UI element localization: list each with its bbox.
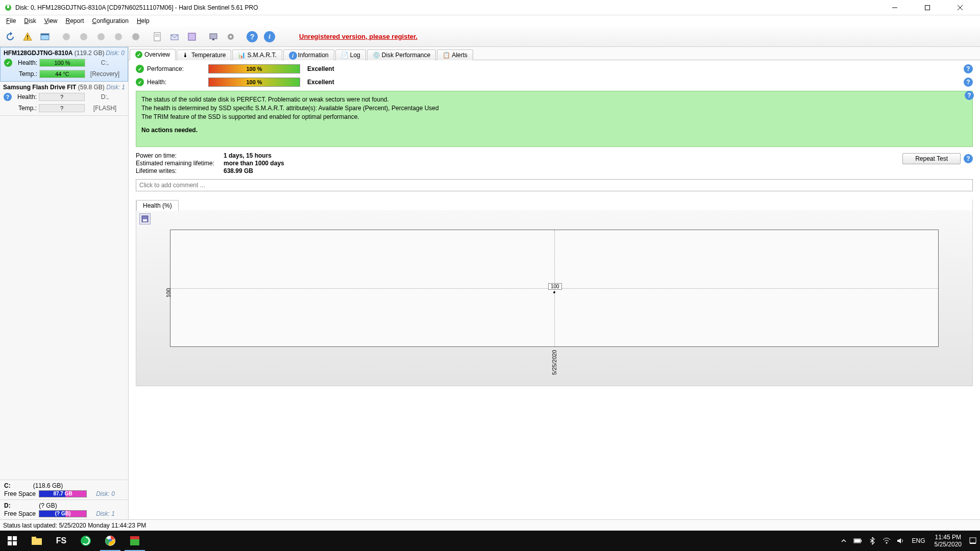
tool-icon-3[interactable] [93,29,109,45]
svg-rect-1 [7,5,9,8]
help-icon[interactable]: ? [965,91,974,100]
temp-value: ? [39,104,85,112]
partition-letter: D: [4,502,11,509]
bluetooth-icon[interactable] [866,531,878,551]
status-action: No actions needed. [141,126,967,135]
ok-icon [4,59,13,67]
gear-icon[interactable] [223,29,239,45]
tab-smart[interactable]: 📊S.M.A.R.T. [232,49,282,60]
spiral-app-icon[interactable] [74,531,98,551]
temp-value: 44 °C [39,70,85,78]
tool-icon-5[interactable] [128,29,144,45]
start-button[interactable] [0,531,24,551]
partition-disk: Disk: 1 [87,510,124,517]
svg-point-23 [230,36,232,38]
help-icon[interactable]: ? [964,78,973,87]
menu-configuration[interactable]: Configuration [88,16,133,26]
menu-report[interactable]: Report [62,16,88,26]
disk-extra: [FLASH] [85,105,125,112]
menu-help[interactable]: Help [133,16,154,26]
partition-entry-d[interactable]: D: (? GB) Free Space (? GB) Disk: 1 [0,499,128,519]
ok-icon [136,78,147,86]
power-on-value: 1 days, 15 hours [224,152,272,159]
content: Overview 🌡Temperature 📊S.M.A.R.T. iInfor… [129,47,980,519]
wifi-icon[interactable] [880,531,893,551]
tab-alerts[interactable]: 📋Alerts [437,49,473,60]
help-icon[interactable]: ? [964,64,973,73]
monitor-icon[interactable] [205,29,222,45]
free-space-bar: (? GB) [39,510,87,517]
svg-point-11 [80,33,87,40]
chart-point [553,291,555,293]
tab-information[interactable]: iInformation [283,49,334,60]
hdsentinel-taskbar-icon[interactable] [122,531,147,551]
ok-icon [136,65,147,73]
performance-bar: 100 % [208,64,300,73]
close-button[interactable] [948,0,972,15]
chart-tab-health[interactable]: Health (%) [136,200,179,211]
tab-overview[interactable]: Overview [130,49,176,60]
performance-label: Performance: [147,65,208,72]
minimize-button[interactable] [883,0,906,15]
clock-time: 11:45 PM [935,534,962,541]
window-controls [883,0,976,15]
window-title: Disk: 0, HFM128GDJTNG-8310A [CD97N602511… [15,4,883,11]
window-icon[interactable] [37,29,53,45]
clock[interactable]: 11:45 PM 5/25/2020 [930,534,966,548]
help-icon[interactable]: ? [244,29,260,45]
comment-input[interactable] [136,179,973,191]
document-icon[interactable] [149,29,165,45]
disk-entry-0[interactable]: HFM128GDJTNG-8310A (119.2 GB) Disk: 0 He… [0,47,128,82]
warning-icon[interactable]: ! [19,29,36,45]
partition-entry-c[interactable]: C: (118.6 GB) Free Space 87.7 GB Disk: 0 [0,480,128,499]
tool-icon-1[interactable] [58,29,75,45]
svg-rect-3 [925,5,930,10]
repeat-test-button[interactable]: Repeat Test [902,153,961,164]
menu-file[interactable]: File [2,16,20,26]
status-line: The TRIM feature of the SSD is supported… [141,113,967,121]
taskbar: FS ENG 11:45 PM 5/25/2020 [0,531,980,551]
save-chart-icon[interactable] [139,213,151,224]
free-space-label: Free Space [4,490,39,497]
svg-point-40 [886,542,887,544]
info-icon[interactable]: i [261,29,278,45]
tab-disk-performance[interactable]: 💿Disk Performance [367,49,436,60]
svg-rect-25 [143,219,147,221]
tray-chevron-icon[interactable] [838,531,850,551]
tool-icon-4[interactable] [110,29,127,45]
tool-icon-2[interactable] [76,29,92,45]
fs-app-icon[interactable]: FS [49,531,74,551]
clock-date: 5/25/2020 [935,541,962,548]
unregistered-link[interactable]: Unregistered version, please register. [299,33,418,40]
maximize-button[interactable] [916,0,939,15]
tab-log[interactable]: 📄Log [335,49,366,60]
svg-rect-36 [130,536,139,539]
refresh-icon[interactable] [2,29,18,45]
health-label: Health: [13,59,39,66]
temp-label: Temp.: [13,70,39,78]
help-icon[interactable]: ? [964,154,973,163]
battery-icon[interactable] [852,531,864,551]
language-indicator[interactable]: ENG [909,537,928,544]
file-explorer-icon[interactable] [24,531,49,551]
disk-entry-1[interactable]: Samsung Flash Drive FIT (59.8 GB) Disk: … [0,82,128,116]
volume-icon[interactable] [895,531,907,551]
disk-size: (59.8 GB) [78,84,105,91]
partition-disk: Disk: 0 [87,490,124,497]
lifetime-label: Estimated remaining lifetime: [136,160,224,167]
export-icon[interactable] [184,29,200,45]
disk-extra: [Recovery] [85,70,125,78]
svg-point-10 [63,33,70,40]
svg-point-12 [97,33,105,40]
notifications-icon[interactable] [968,531,978,551]
chrome-icon[interactable] [98,531,122,551]
svg-rect-15 [154,33,160,41]
menu-disk[interactable]: Disk [20,16,40,26]
svg-rect-21 [212,39,214,40]
svg-rect-28 [8,541,12,545]
send-icon[interactable] [166,29,183,45]
tab-temperature[interactable]: 🌡Temperature [177,49,231,60]
disk-name: HFM128GDJTNG-8310A [4,49,72,57]
menu-view[interactable]: View [40,16,62,26]
sidebar: HFM128GDJTNG-8310A (119.2 GB) Disk: 0 He… [0,47,129,519]
